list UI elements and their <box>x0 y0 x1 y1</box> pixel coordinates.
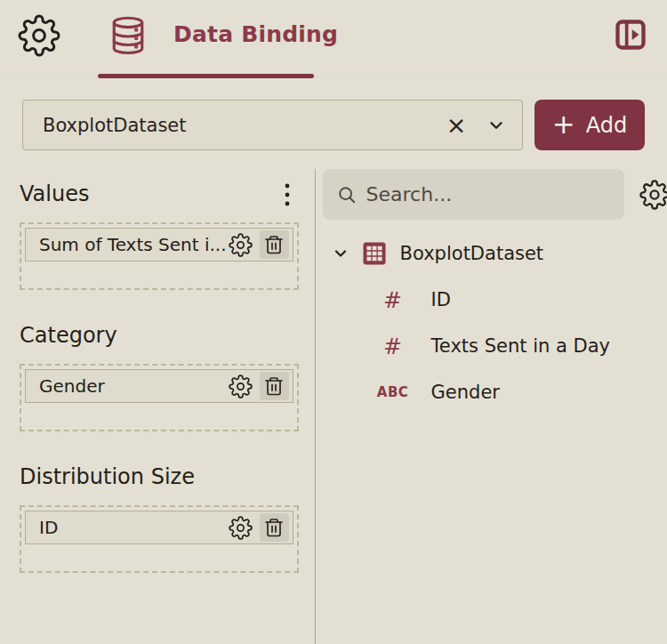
chip-gear-icon[interactable] <box>227 372 255 400</box>
category-field-chip[interactable]: Gender <box>25 369 293 403</box>
tree-root-row[interactable]: BoxplotDataset <box>323 230 667 277</box>
search-row <box>323 169 667 220</box>
values-field-chip[interactable]: Sum of Texts Sent i... <box>25 228 293 262</box>
chevron-down-icon[interactable] <box>332 245 350 262</box>
category-section-label: Category <box>20 323 117 349</box>
category-chip-label: Gender <box>39 375 227 397</box>
chip-trash-icon[interactable] <box>260 372 289 400</box>
clear-selection-icon[interactable]: × <box>444 113 469 137</box>
distribution-field-chip[interactable]: ID <box>25 511 293 544</box>
active-tab-underline <box>98 74 314 78</box>
dataset-select[interactable]: BoxplotDataset × <box>22 100 523 150</box>
dataset-select-value: BoxplotDataset <box>43 115 187 136</box>
top-bar: Data Binding <box>0 0 667 76</box>
category-header-row: Category <box>20 323 299 349</box>
panel-collapse-icon[interactable] <box>613 17 648 52</box>
distribution-header-row: Distribution Size <box>20 464 299 490</box>
category-dropzone[interactable]: Gender <box>20 364 299 431</box>
tree-field-row[interactable]: # ID <box>323 277 667 323</box>
values-dropzone[interactable]: Sum of Texts Sent i... <box>20 222 299 290</box>
tree-field-label: ID <box>431 289 451 310</box>
dataset-row: BoxplotDataset × + Add <box>22 100 645 150</box>
values-section-label: Values <box>20 181 89 207</box>
page-title: Data Binding <box>173 21 338 47</box>
chevron-down-icon[interactable] <box>486 116 506 135</box>
table-icon <box>361 240 388 267</box>
search-input[interactable] <box>366 183 610 205</box>
settings-gear-icon[interactable] <box>18 14 60 57</box>
search-box[interactable] <box>323 169 624 220</box>
add-button-label: Add <box>586 113 627 138</box>
tree-field-row[interactable]: # Texts Sent in a Day <box>323 323 667 369</box>
distribution-size-dropzone[interactable]: ID <box>20 505 299 573</box>
plus-icon: + <box>552 110 575 138</box>
kebab-menu-icon[interactable] <box>276 181 299 208</box>
tree-root-label: BoxplotDataset <box>400 243 544 264</box>
tree-field-label: Texts Sent in a Day <box>431 335 610 357</box>
chip-gear-icon[interactable] <box>227 513 255 542</box>
tree-field-label: Gender <box>431 382 500 403</box>
text-type-icon: ABC <box>373 384 414 400</box>
distribution-chip-label: ID <box>39 517 227 538</box>
tree-field-row[interactable]: ABC Gender <box>323 369 667 415</box>
chip-gear-icon[interactable] <box>227 230 255 259</box>
dataset-tree: BoxplotDataset # ID # Texts Sent in a Da… <box>323 230 667 415</box>
number-type-icon: # <box>373 287 414 313</box>
dataset-fields-panel: BoxplotDataset # ID # Texts Sent in a Da… <box>316 169 667 644</box>
binding-slots-panel: Values Sum of Texts Sent i... <box>0 169 316 644</box>
content-area: Values Sum of Texts Sent i... <box>0 169 667 644</box>
fields-settings-gear-icon[interactable] <box>639 179 667 211</box>
values-chip-label: Sum of Texts Sent i... <box>39 234 227 255</box>
chip-trash-icon[interactable] <box>260 513 289 542</box>
dataset-select-actions: × <box>444 113 506 137</box>
values-header-row: Values <box>20 181 299 207</box>
add-dataset-button[interactable]: + Add <box>534 100 645 150</box>
chip-trash-icon[interactable] <box>260 230 289 259</box>
distribution-size-section-label: Distribution Size <box>20 464 195 490</box>
search-icon <box>337 185 357 205</box>
tab-data-binding[interactable]: Data Binding <box>108 13 338 56</box>
number-type-icon: # <box>373 334 414 359</box>
database-icon <box>108 13 148 56</box>
